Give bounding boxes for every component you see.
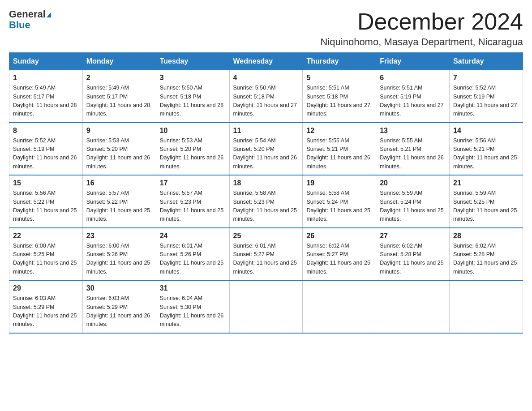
calendar-cell: 6Sunrise: 5:51 AMSunset: 5:19 PMDaylight… <box>376 70 450 123</box>
day-number: 25 <box>233 232 299 240</box>
day-info: Sunrise: 6:01 AMSunset: 5:26 PMDaylight:… <box>160 242 226 277</box>
weekday-header-friday: Friday <box>376 53 450 70</box>
weekday-header-thursday: Thursday <box>303 53 376 70</box>
calendar-table: SundayMondayTuesdayWednesdayThursdayFrid… <box>9 52 523 334</box>
day-number: 27 <box>380 232 446 240</box>
calendar-cell: 22Sunrise: 6:00 AMSunset: 5:25 PMDayligh… <box>9 228 83 281</box>
day-info: Sunrise: 5:50 AMSunset: 5:18 PMDaylight:… <box>233 84 299 119</box>
weekday-header-sunday: Sunday <box>9 53 83 70</box>
day-info: Sunrise: 5:52 AMSunset: 5:19 PMDaylight:… <box>453 84 519 119</box>
day-info: Sunrise: 6:03 AMSunset: 5:29 PMDaylight:… <box>86 294 152 329</box>
page-header: General Blue December 2024 Niquinohomo, … <box>9 9 523 48</box>
day-number: 5 <box>306 74 372 82</box>
calendar-week-row: 15Sunrise: 5:56 AMSunset: 5:22 PMDayligh… <box>9 175 523 228</box>
weekday-header-monday: Monday <box>82 53 156 70</box>
calendar-cell: 14Sunrise: 5:56 AMSunset: 5:21 PMDayligh… <box>450 123 523 176</box>
month-title: December 2024 <box>321 9 523 34</box>
logo: General Blue <box>9 9 51 30</box>
day-number: 14 <box>453 127 519 135</box>
day-number: 10 <box>160 127 226 135</box>
calendar-week-row: 29Sunrise: 6:03 AMSunset: 5:29 PMDayligh… <box>9 280 523 333</box>
calendar-cell: 1Sunrise: 5:49 AMSunset: 5:17 PMDaylight… <box>9 70 83 123</box>
day-number: 24 <box>160 232 226 240</box>
calendar-cell: 23Sunrise: 6:00 AMSunset: 5:26 PMDayligh… <box>82 228 156 281</box>
day-number: 11 <box>233 127 299 135</box>
day-info: Sunrise: 5:54 AMSunset: 5:20 PMDaylight:… <box>233 137 299 171</box>
calendar-cell: 11Sunrise: 5:54 AMSunset: 5:20 PMDayligh… <box>229 123 303 176</box>
day-number: 3 <box>160 74 226 82</box>
day-number: 28 <box>453 232 519 240</box>
logo-blue-text: Blue <box>9 19 30 30</box>
day-number: 23 <box>86 232 152 240</box>
calendar-week-row: 22Sunrise: 6:00 AMSunset: 5:25 PMDayligh… <box>9 228 523 281</box>
day-number: 6 <box>380 74 446 82</box>
calendar-cell: 25Sunrise: 6:01 AMSunset: 5:27 PMDayligh… <box>229 228 303 281</box>
day-info: Sunrise: 6:01 AMSunset: 5:27 PMDaylight:… <box>233 242 299 277</box>
calendar-cell: 17Sunrise: 5:57 AMSunset: 5:23 PMDayligh… <box>156 175 229 228</box>
day-info: Sunrise: 5:59 AMSunset: 5:24 PMDaylight:… <box>380 189 446 224</box>
calendar-cell: 16Sunrise: 5:57 AMSunset: 5:22 PMDayligh… <box>82 175 156 228</box>
day-info: Sunrise: 5:56 AMSunset: 5:22 PMDaylight:… <box>13 189 79 224</box>
day-info: Sunrise: 6:02 AMSunset: 5:27 PMDaylight:… <box>306 242 372 277</box>
day-info: Sunrise: 5:58 AMSunset: 5:23 PMDaylight:… <box>233 189 299 224</box>
day-number: 17 <box>160 179 226 187</box>
day-info: Sunrise: 5:52 AMSunset: 5:19 PMDaylight:… <box>13 137 79 171</box>
day-info: Sunrise: 5:58 AMSunset: 5:24 PMDaylight:… <box>306 189 372 224</box>
calendar-cell: 8Sunrise: 5:52 AMSunset: 5:19 PMDaylight… <box>9 123 83 176</box>
day-info: Sunrise: 5:50 AMSunset: 5:18 PMDaylight:… <box>160 84 226 119</box>
calendar-week-row: 1Sunrise: 5:49 AMSunset: 5:17 PMDaylight… <box>9 70 523 123</box>
logo-triangle-icon <box>47 12 51 17</box>
calendar-cell: 2Sunrise: 5:49 AMSunset: 5:17 PMDaylight… <box>82 70 156 123</box>
calendar-cell: 12Sunrise: 5:55 AMSunset: 5:21 PMDayligh… <box>303 123 376 176</box>
calendar-week-row: 8Sunrise: 5:52 AMSunset: 5:19 PMDaylight… <box>9 123 523 176</box>
calendar-cell: 19Sunrise: 5:58 AMSunset: 5:24 PMDayligh… <box>303 175 376 228</box>
logo-text: General Blue <box>9 9 51 30</box>
calendar-cell: 5Sunrise: 5:51 AMSunset: 5:18 PMDaylight… <box>303 70 376 123</box>
day-info: Sunrise: 5:49 AMSunset: 5:17 PMDaylight:… <box>13 84 79 119</box>
day-info: Sunrise: 5:51 AMSunset: 5:18 PMDaylight:… <box>306 84 372 119</box>
day-number: 29 <box>13 284 79 292</box>
calendar-cell: 27Sunrise: 6:02 AMSunset: 5:28 PMDayligh… <box>376 228 450 281</box>
calendar-cell: 18Sunrise: 5:58 AMSunset: 5:23 PMDayligh… <box>229 175 303 228</box>
day-info: Sunrise: 5:59 AMSunset: 5:25 PMDaylight:… <box>453 189 519 224</box>
calendar-cell: 13Sunrise: 5:55 AMSunset: 5:21 PMDayligh… <box>376 123 450 176</box>
weekday-header-tuesday: Tuesday <box>156 53 229 70</box>
weekday-header-row: SundayMondayTuesdayWednesdayThursdayFrid… <box>9 53 523 70</box>
calendar-cell <box>303 280 376 333</box>
title-block: December 2024 Niquinohomo, Masaya Depart… <box>321 9 523 48</box>
day-info: Sunrise: 5:55 AMSunset: 5:21 PMDaylight:… <box>306 137 372 171</box>
day-info: Sunrise: 5:53 AMSunset: 5:20 PMDaylight:… <box>160 137 226 171</box>
day-info: Sunrise: 6:02 AMSunset: 5:28 PMDaylight:… <box>453 242 519 277</box>
day-info: Sunrise: 5:51 AMSunset: 5:19 PMDaylight:… <box>380 84 446 119</box>
day-number: 16 <box>86 179 152 187</box>
day-number: 26 <box>306 232 372 240</box>
day-number: 19 <box>306 179 372 187</box>
calendar-cell: 24Sunrise: 6:01 AMSunset: 5:26 PMDayligh… <box>156 228 229 281</box>
calendar-cell <box>376 280 450 333</box>
calendar-cell: 29Sunrise: 6:03 AMSunset: 5:29 PMDayligh… <box>9 280 83 333</box>
calendar-cell <box>450 280 523 333</box>
day-number: 1 <box>13 74 79 82</box>
day-info: Sunrise: 5:57 AMSunset: 5:22 PMDaylight:… <box>86 189 152 224</box>
day-number: 4 <box>233 74 299 82</box>
calendar-cell: 4Sunrise: 5:50 AMSunset: 5:18 PMDaylight… <box>229 70 303 123</box>
calendar-cell: 9Sunrise: 5:53 AMSunset: 5:20 PMDaylight… <box>82 123 156 176</box>
day-number: 18 <box>233 179 299 187</box>
calendar-cell: 31Sunrise: 6:04 AMSunset: 5:30 PMDayligh… <box>156 280 229 333</box>
day-info: Sunrise: 5:53 AMSunset: 5:20 PMDaylight:… <box>86 137 152 171</box>
day-info: Sunrise: 6:00 AMSunset: 5:25 PMDaylight:… <box>13 242 79 277</box>
day-info: Sunrise: 6:04 AMSunset: 5:30 PMDaylight:… <box>160 294 226 329</box>
day-info: Sunrise: 6:02 AMSunset: 5:28 PMDaylight:… <box>380 242 446 277</box>
day-info: Sunrise: 5:55 AMSunset: 5:21 PMDaylight:… <box>380 137 446 171</box>
calendar-cell: 20Sunrise: 5:59 AMSunset: 5:24 PMDayligh… <box>376 175 450 228</box>
day-number: 2 <box>86 74 152 82</box>
weekday-header-wednesday: Wednesday <box>229 53 303 70</box>
day-info: Sunrise: 5:56 AMSunset: 5:21 PMDaylight:… <box>453 137 519 171</box>
day-info: Sunrise: 5:57 AMSunset: 5:23 PMDaylight:… <box>160 189 226 224</box>
day-number: 30 <box>86 284 152 292</box>
day-number: 12 <box>306 127 372 135</box>
calendar-cell: 28Sunrise: 6:02 AMSunset: 5:28 PMDayligh… <box>450 228 523 281</box>
calendar-cell: 10Sunrise: 5:53 AMSunset: 5:20 PMDayligh… <box>156 123 229 176</box>
calendar-cell: 7Sunrise: 5:52 AMSunset: 5:19 PMDaylight… <box>450 70 523 123</box>
calendar-cell: 3Sunrise: 5:50 AMSunset: 5:18 PMDaylight… <box>156 70 229 123</box>
